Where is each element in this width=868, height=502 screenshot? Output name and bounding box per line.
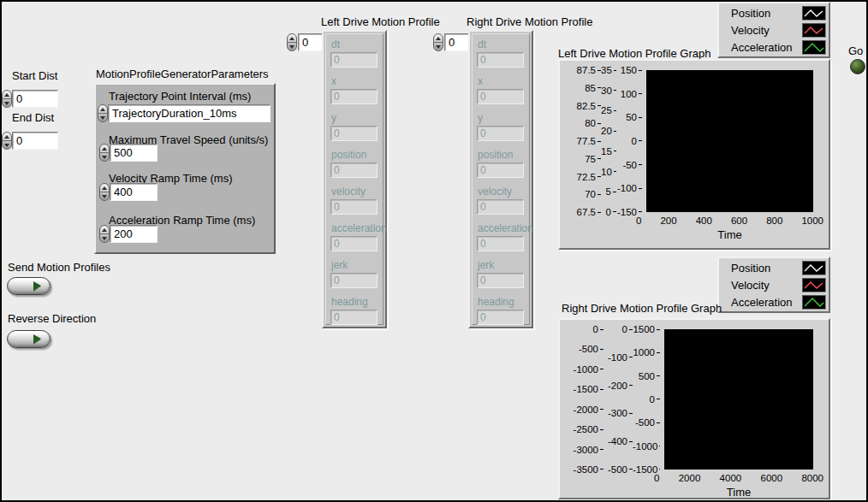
start-dist-input[interactable] bbox=[12, 90, 58, 108]
array-field-value: 0 bbox=[477, 199, 524, 215]
y-tick: -1000 bbox=[633, 441, 660, 452]
decrement-button[interactable] bbox=[100, 153, 109, 161]
y-tick-label: 80 bbox=[585, 118, 596, 128]
decrement-button[interactable] bbox=[100, 234, 109, 242]
acceleration-ramp-input[interactable] bbox=[110, 225, 158, 243]
right-profile-index-spinner[interactable] bbox=[433, 33, 443, 51]
decrement-button[interactable] bbox=[98, 114, 107, 121]
array-field-value: 0 bbox=[477, 52, 524, 68]
y-tick-label: -2500 bbox=[574, 424, 598, 434]
increment-button[interactable] bbox=[98, 105, 107, 114]
plot-style-icon[interactable] bbox=[802, 261, 826, 275]
legend-item-position[interactable]: Position bbox=[722, 259, 826, 276]
left-profile-index-spinner[interactable] bbox=[287, 33, 297, 51]
max-travel-speed-input[interactable] bbox=[110, 144, 158, 162]
y-tick-label: 50 bbox=[626, 112, 637, 122]
end-dist-input[interactable] bbox=[12, 132, 58, 150]
y-tick-label: 87.5 bbox=[577, 65, 596, 75]
y-tick-label: -200 bbox=[608, 381, 627, 391]
array-field-label: acceleration bbox=[331, 222, 383, 234]
velocity-ramp-input[interactable] bbox=[110, 183, 158, 201]
legend-item-velocity[interactable]: Velocity bbox=[722, 21, 826, 38]
play-arrow-icon bbox=[33, 281, 41, 291]
array-field-label: y bbox=[331, 112, 383, 124]
y-tick: -100 bbox=[616, 183, 642, 193]
array-field-label: velocity bbox=[331, 186, 383, 198]
velocity-ramp-spinner[interactable] bbox=[99, 183, 110, 201]
trajectory-interval-spinner[interactable] bbox=[98, 104, 108, 122]
y-tick: 5 bbox=[601, 186, 616, 197]
y-tick-label: -2000 bbox=[574, 405, 598, 415]
start-dist-spinner[interactable] bbox=[2, 90, 12, 108]
increment-button[interactable] bbox=[288, 34, 296, 43]
plot-style-icon[interactable] bbox=[802, 40, 826, 55]
array-field-value: 0 bbox=[330, 273, 378, 288]
plot-style-icon[interactable] bbox=[802, 278, 826, 292]
increment-button[interactable] bbox=[3, 133, 11, 141]
tick-mark bbox=[639, 117, 642, 118]
y-tick-label: 77.5 bbox=[577, 136, 596, 146]
decrement-button[interactable] bbox=[100, 192, 109, 200]
increment-button[interactable] bbox=[434, 34, 443, 43]
array-field-value: 0 bbox=[477, 236, 524, 251]
send-motion-profiles-button[interactable] bbox=[7, 277, 51, 295]
array-field: acceleration 0 bbox=[477, 222, 529, 259]
trajectory-interval-input[interactable] bbox=[108, 104, 271, 122]
x-tick-label: 200 bbox=[660, 216, 676, 226]
increment-icon bbox=[102, 228, 107, 232]
acceleration-ramp-spinner[interactable] bbox=[99, 225, 110, 243]
decrement-button[interactable] bbox=[434, 43, 443, 50]
increment-icon bbox=[289, 37, 294, 40]
legend-item-velocity[interactable]: Velocity bbox=[722, 276, 826, 293]
y-tick: 67.5 bbox=[560, 207, 601, 217]
increment-button[interactable] bbox=[100, 145, 109, 153]
x-tick-label: 0 bbox=[654, 473, 659, 483]
plot-style-icon[interactable] bbox=[802, 6, 826, 21]
plot-style-icon[interactable] bbox=[802, 295, 826, 310]
array-field: heading 0 bbox=[330, 296, 383, 333]
decrement-button[interactable] bbox=[3, 99, 11, 107]
y-tick-label: -3000 bbox=[574, 445, 598, 455]
increment-button[interactable] bbox=[100, 226, 109, 234]
decrement-button[interactable] bbox=[288, 43, 296, 50]
y-tick-label: 85 bbox=[585, 83, 596, 93]
end-dist-spinner[interactable] bbox=[2, 132, 12, 150]
decrement-icon bbox=[436, 45, 441, 49]
y-tick-label: -400 bbox=[608, 436, 627, 446]
tick-mark bbox=[639, 140, 642, 141]
array-field-value: 0 bbox=[477, 273, 524, 288]
right-profile-index-input[interactable] bbox=[444, 33, 469, 51]
y-tick-label: -1000 bbox=[574, 364, 598, 375]
y-tick-label: 0 bbox=[606, 207, 611, 217]
right-graph: 0-500-1000-1500-2000-2500-3000-3500 0-10… bbox=[558, 318, 830, 499]
left-graph-plot-area[interactable] bbox=[646, 70, 813, 212]
y-tick-label: 0 bbox=[650, 394, 655, 405]
y-tick-label: 70 bbox=[585, 189, 596, 199]
legend-label: Velocity bbox=[731, 24, 802, 37]
max-travel-speed-spinner[interactable] bbox=[99, 144, 110, 162]
x-tick-label: 0 bbox=[636, 216, 641, 226]
x-tick-label: 800 bbox=[766, 216, 782, 226]
left-graph-title: Left Drive Motion Profile Graph bbox=[558, 48, 710, 60]
increment-button[interactable] bbox=[100, 184, 109, 192]
legend-item-acceleration[interactable]: Acceleration bbox=[722, 38, 826, 56]
legend-item-position[interactable]: Position bbox=[722, 4, 826, 21]
tick-mark bbox=[659, 446, 660, 446]
y-tick-label: -1000 bbox=[633, 441, 657, 452]
tick-mark bbox=[657, 329, 660, 330]
increment-button[interactable] bbox=[3, 91, 11, 99]
reverse-direction-button[interactable] bbox=[7, 330, 51, 348]
legend-item-acceleration[interactable]: Acceleration bbox=[722, 293, 826, 310]
start-dist-label: Start Dist bbox=[12, 70, 57, 82]
y-tick-label: -300 bbox=[608, 408, 627, 418]
array-field-label: x bbox=[331, 75, 383, 87]
tick-mark bbox=[639, 93, 642, 94]
left-profile-index-input[interactable] bbox=[298, 33, 323, 51]
plot-style-icon[interactable] bbox=[802, 23, 826, 38]
right-graph-plot-area[interactable] bbox=[664, 329, 813, 470]
trajectory-interval-label: Trajectory Point Interval (ms) bbox=[109, 91, 251, 103]
decrement-button[interactable] bbox=[3, 141, 11, 149]
array-field-value: 0 bbox=[477, 162, 524, 178]
right-graph-legend: Position Velocity Acceleration bbox=[717, 257, 830, 313]
right-graph-y-axis-1: 0-500-1000-1500-2000-2500-3000-3500 bbox=[560, 324, 603, 475]
